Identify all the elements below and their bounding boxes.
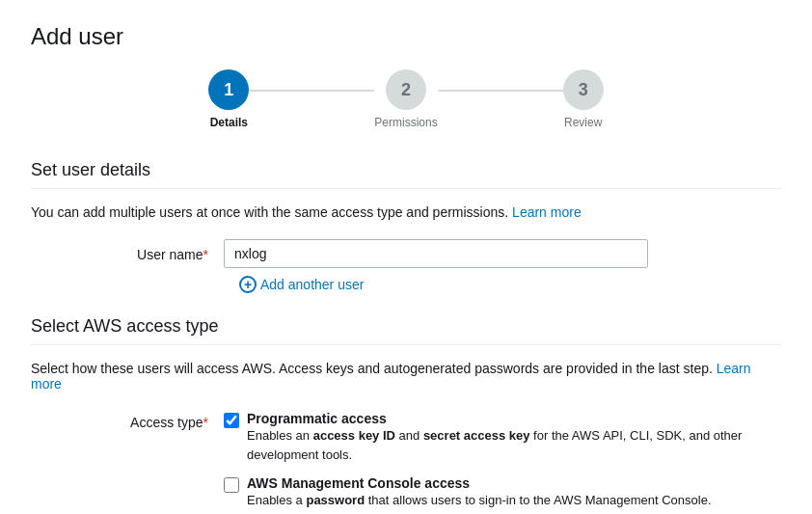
step-2: 2 Permissions	[374, 69, 437, 129]
step-3: 3 Review	[563, 69, 604, 129]
username-row: User name*	[31, 239, 781, 268]
access-option-programmatic: Programmatic access Enables an access ke…	[224, 411, 781, 464]
stepper: 1 Details 2 Permissions 3 Review	[31, 69, 781, 129]
programmatic-access-checkbox[interactable]	[224, 413, 239, 428]
console-access-checkbox[interactable]	[224, 477, 239, 493]
add-user-row: + Add another user	[239, 276, 781, 293]
username-label: User name*	[31, 239, 224, 262]
step-3-circle: 3	[563, 69, 604, 110]
step-connector-1	[249, 90, 374, 92]
access-type-label: Access type*	[31, 411, 224, 430]
step-2-circle: 2	[386, 69, 426, 110]
add-another-user-link[interactable]: + Add another user	[239, 276, 364, 293]
step-1: 1 Details	[208, 69, 249, 129]
step-1-label: Details	[210, 116, 248, 129]
step-1-circle: 1	[208, 69, 249, 110]
programmatic-access-title: Programmatic access	[247, 411, 781, 426]
programmatic-access-desc: Enables an access key ID and secret acce…	[247, 426, 781, 464]
section2-title: Select AWS access type	[31, 316, 781, 337]
username-input[interactable]	[224, 239, 648, 268]
access-option-console: AWS Management Console access Enables a …	[224, 475, 781, 510]
divider-1	[31, 188, 781, 189]
access-type-row: Access type* Programmatic access Enables…	[31, 411, 781, 510]
step-2-label: Permissions	[374, 116, 437, 129]
add-user-icon: +	[239, 276, 257, 293]
section1-desc: You can add multiple users at once with …	[31, 204, 781, 220]
section2: Select AWS access type Select how these …	[31, 316, 781, 510]
access-options: Programmatic access Enables an access ke…	[224, 411, 781, 510]
page-title: Add user	[31, 23, 781, 50]
step-3-label: Review	[564, 116, 602, 129]
section1-title: Set user details	[31, 160, 781, 180]
console-access-title: AWS Management Console access	[247, 475, 712, 491]
step-connector-2	[438, 90, 563, 92]
console-access-desc: Enables a password that allows users to …	[247, 491, 712, 510]
required-marker: *	[203, 247, 208, 262]
divider-2	[31, 344, 781, 345]
section2-desc: Select how these users will access AWS. …	[31, 361, 781, 392]
section1-learn-more-link[interactable]: Learn more	[512, 204, 582, 220]
add-another-user-label: Add another user	[260, 277, 364, 292]
